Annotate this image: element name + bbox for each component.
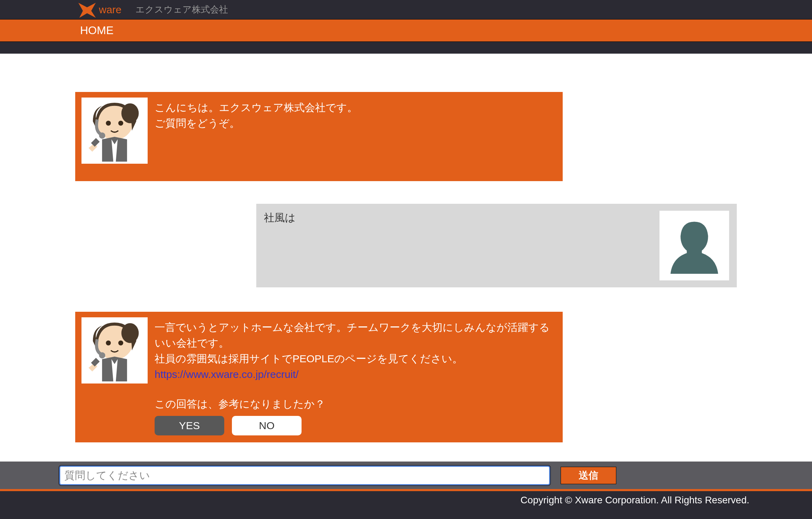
logo-mark: ware [77,1,122,18]
operator-icon [84,319,146,381]
feedback-buttons: YES NO [155,416,556,435]
person-silhouette-icon [663,214,726,277]
bot-line: こんにちは。エクスウェア株式会社です。 [155,100,358,115]
svg-point-9 [118,341,123,346]
chat-area: こんにちは。エクスウェア株式会社です。 ご質問をどうぞ。 社風は [54,54,758,479]
svg-point-4 [99,132,106,139]
copyright-text: Copyright © Xware Corporation. All Right… [521,495,749,506]
bot-message: 一言でいうとアットホームな会社です。チームワークを大切にしみんなが活躍するいい会… [75,312,563,442]
company-name: エクスウェア株式会社 [135,3,228,16]
bot-line: 社員の雰囲気は採用サイトでPEOPLEのページを見てください。 [155,351,556,366]
feedback-no-button[interactable]: NO [232,416,302,435]
star-leaf-icon [77,1,97,18]
logo[interactable]: ware エクスウェア株式会社 [77,1,228,18]
bot-message-text: こんにちは。エクスウェア株式会社です。 ご質問をどうぞ。 [155,98,358,164]
feedback-question: この回答は、参考になりましたか？ [155,396,556,412]
bot-avatar [81,317,148,384]
svg-point-2 [106,121,111,126]
bot-avatar [81,98,148,164]
svg-point-8 [106,341,111,346]
footer: Copyright © Xware Corporation. All Right… [0,491,812,519]
bot-line: ご質問をどうぞ。 [155,115,358,131]
logo-text: ware [99,4,122,16]
dark-strip [0,42,812,54]
recruit-link[interactable]: https://www.xware.co.jp/recruit/ [155,369,298,380]
user-avatar [659,211,729,280]
user-message-wrap: 社風は [75,204,737,287]
nav-home[interactable]: HOME [80,24,114,37]
input-bar: 送信 [0,462,812,489]
bot-line: 一言でいうとアットホームな会社です。チームワークを大切にしみんなが活躍するいい会… [155,319,556,351]
svg-point-1 [122,103,139,123]
send-button[interactable]: 送信 [561,467,616,484]
user-message-text: 社風は [264,211,296,280]
feedback-yes-button[interactable]: YES [155,416,224,435]
bot-message-text: 一言でいうとアットホームな会社です。チームワークを大切にしみんなが活躍するいい会… [155,317,556,435]
svg-point-10 [99,352,106,358]
svg-point-7 [122,323,139,343]
bot-message: こんにちは。エクスウェア株式会社です。 ご質問をどうぞ。 [75,92,563,181]
top-header: ware エクスウェア株式会社 [0,0,812,19]
user-message: 社風は [256,204,737,287]
operator-icon [84,100,146,162]
main-nav: HOME [0,19,812,42]
svg-point-3 [118,121,123,126]
question-input[interactable] [59,466,550,485]
